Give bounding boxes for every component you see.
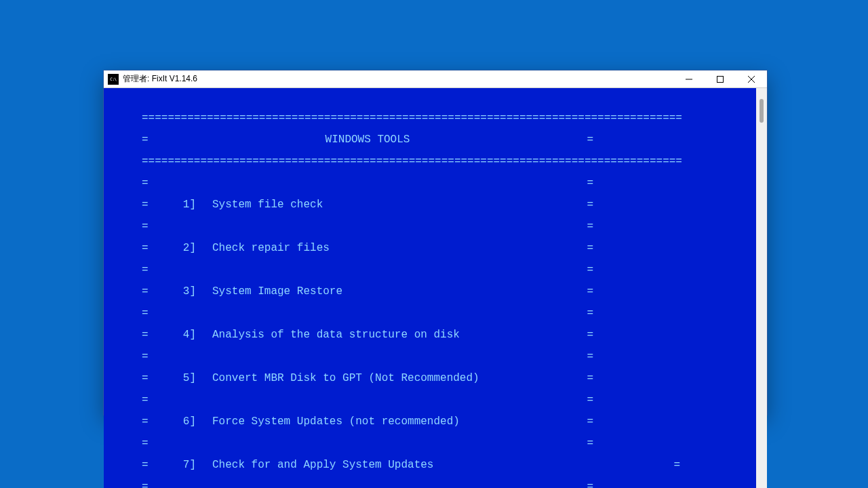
header-row: =WINDOWS TOOLS= [104,134,593,145]
minimize-button[interactable] [673,70,705,88]
spacer-row: = = [104,394,593,405]
titlebar[interactable]: C:\ 管理者: FixIt V1.14.6 [104,70,767,88]
spacer-row: = = [104,221,593,232]
svg-rect-1 [717,76,724,82]
menu-item-4[interactable]: =4]Analysis of the data structure on dis… [104,329,593,340]
menu-item-2[interactable]: =2]Check repair files= [104,243,593,253]
cmd-icon: C:\ [108,74,119,85]
spacer-row: = = [104,308,593,319]
console-window: C:\ 管理者: FixIt V1.14.6 =================… [103,70,768,415]
console-output: ========================================… [104,88,756,488]
client-area: ========================================… [104,88,767,488]
menu-item-5[interactable]: =5]Convert MBR Disk to GPT (Not Recommen… [104,373,593,384]
maximize-button[interactable] [705,70,736,88]
spacer-row: = = [104,178,593,188]
close-button[interactable] [736,70,767,88]
window-title: 管理者: FixIt V1.14.6 [123,73,197,85]
spacer-row: = = [104,264,593,275]
border-top-1: ========================================… [104,113,756,123]
spacer-row: = = [104,351,593,362]
scrollbar[interactable] [756,88,767,488]
menu-item-7[interactable]: =7]Check for and Apply System Updates= [104,460,680,470]
spacer-row: = = [104,438,593,449]
header-title: WINDOWS TOOLS [149,134,587,145]
menu-item-3[interactable]: =3]System Image Restore= [104,286,593,297]
scrollbar-thumb[interactable] [760,99,764,123]
menu-item-1[interactable]: =1]System file check= [104,199,593,210]
border-top-2: ========================================… [104,156,756,167]
menu-item-6[interactable]: =6]Force System Updates (not recommended… [104,416,593,427]
spacer-row: = = [104,481,593,488]
